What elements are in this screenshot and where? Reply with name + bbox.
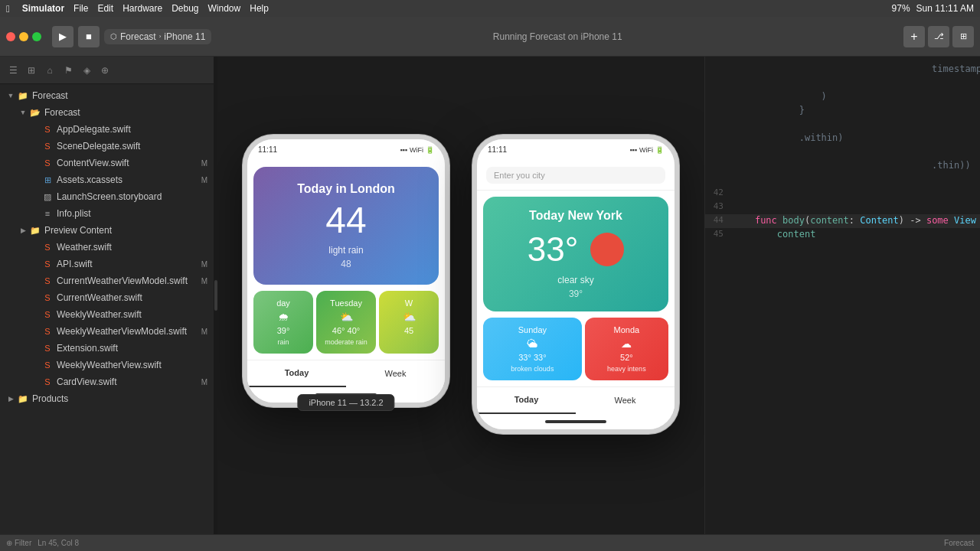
sidebar-item-forecast-group[interactable]: ▼ 📂 Forecast xyxy=(0,104,214,121)
day-icon-sun: 🌥 xyxy=(488,337,577,350)
modified-badge-assets: M xyxy=(201,176,207,184)
sidebar-item-assets[interactable]: ⊞ Assets.xcassets M xyxy=(0,171,214,188)
london-tab-bar: Today Week xyxy=(247,360,445,387)
signal-icon: ▪▪▪ xyxy=(400,146,407,154)
sidebar-panel-icon[interactable]: ☰ xyxy=(6,64,20,77)
close-button[interactable] xyxy=(6,32,15,41)
day-name-sun: Sunday xyxy=(488,325,577,334)
sidebar-item-preview-content[interactable]: ▶ 📁 Preview Content xyxy=(0,222,214,239)
modified-badge-cwvm: M xyxy=(201,277,207,285)
london-tab-today[interactable]: Today xyxy=(247,360,346,387)
code-line xyxy=(705,77,980,90)
day-icon-mon-ny: ☁ xyxy=(590,337,664,350)
sidebar-item-appdelegate[interactable]: S AppDelegate.swift xyxy=(0,121,214,138)
sidebar-item-products[interactable]: ▶ 📁 Products xyxy=(0,390,214,407)
london-day-tuesday: Tuesday ⛅ 46° 40° moderate rain xyxy=(316,291,376,354)
window-controls xyxy=(6,32,41,41)
menu-hardware[interactable]: Hardware xyxy=(122,3,162,14)
device-status-label: Forecast xyxy=(944,539,974,547)
maximize-button[interactable] xyxy=(32,32,41,41)
swift-file-icon: S xyxy=(41,275,54,287)
menu-window[interactable]: Window xyxy=(208,3,241,14)
sidebar-item-api[interactable]: S API.swift M xyxy=(0,256,214,272)
status-bar: ⊕ Filter Ln 45, Col 8 Forecast xyxy=(0,534,980,551)
day-name-tue: Tuesday xyxy=(321,298,371,308)
no-arrow xyxy=(31,243,40,252)
scenedelegate-label: SceneDelegate.swift xyxy=(57,141,207,152)
menu-edit[interactable]: Edit xyxy=(97,3,113,14)
swift-file-icon: S xyxy=(41,140,54,152)
sidebar-item-scenedelegate[interactable]: S SceneDelegate.swift xyxy=(0,138,214,155)
code-line xyxy=(705,118,980,132)
stop-button[interactable]: ■ xyxy=(78,26,100,47)
ny-temp-row: 33° xyxy=(495,230,656,269)
sidebar-item-infoplist[interactable]: ≡ Info.plist xyxy=(0,205,214,222)
folder-products-icon: 📁 xyxy=(17,393,29,405)
signal-icon-r: ▪▪▪ xyxy=(629,146,637,154)
sidebar-filter-icon[interactable]: ⊞ xyxy=(24,64,38,77)
menu-file[interactable]: File xyxy=(74,3,88,14)
sidebar-item-weather[interactable]: S Weather.swift xyxy=(0,239,214,256)
sidebar-item-ww[interactable]: S WeeklyWeather.swift xyxy=(0,306,214,323)
sidebar-toolbar: ☰ ⊞ ⌂ ⚑ ◈ ⊕ xyxy=(0,57,214,84)
wwv-label: WeeklyWeatherView.swift xyxy=(57,360,207,370)
right-status-icons: ▪▪▪ WiFi 🔋 xyxy=(629,146,664,154)
london-tab-week[interactable]: Week xyxy=(346,360,445,387)
code-editor: timestamp)) ) } xyxy=(704,57,980,534)
sidebar-git-icon[interactable]: ⊕ xyxy=(98,64,112,77)
swift-file-icon: S xyxy=(41,258,54,270)
apple-menu[interactable]:  xyxy=(6,3,10,15)
filter-button[interactable]: ⊕ Filter xyxy=(6,539,31,547)
ny-desc: clear sky xyxy=(495,275,656,285)
sidebar-item-contentview[interactable]: S ContentView.swift M xyxy=(0,155,214,171)
source-control-button[interactable]: ⎇ xyxy=(928,26,949,47)
swift-file-icon: S xyxy=(41,342,54,354)
swift-file-icon: S xyxy=(41,241,54,253)
right-time: 11:11 xyxy=(488,145,507,154)
no-arrow xyxy=(31,344,40,353)
sidebar-symbol-icon[interactable]: ◈ xyxy=(80,64,93,77)
scheme-name: Forecast xyxy=(120,31,156,42)
battery-indicator: 97% xyxy=(892,3,910,14)
no-arrow xyxy=(31,142,40,151)
sidebar-forecast-label: Forecast xyxy=(44,107,207,118)
add-button[interactable]: + xyxy=(903,26,925,47)
modified-badge-wwvm: M xyxy=(201,328,207,336)
ny-tab-today[interactable]: Today xyxy=(477,387,576,414)
code-line xyxy=(705,145,980,159)
infoplist-label: Info.plist xyxy=(57,208,207,219)
day-name-wed: W xyxy=(384,298,434,308)
menu-debug[interactable]: Debug xyxy=(172,3,198,14)
appdelegate-label: AppDelegate.swift xyxy=(57,124,207,135)
scheme-selector[interactable]: ⬡ Forecast › iPhone 11 xyxy=(104,29,211,44)
cw-label: CurrentWeather.swift xyxy=(57,292,207,303)
weather-label: Weather.swift xyxy=(57,242,207,253)
sidebar-search-icon[interactable]: ⌂ xyxy=(43,64,57,77)
sidebar-item-wwv[interactable]: S WeeklyWeatherView.swift xyxy=(0,357,214,373)
battery-icon-r: 🔋 xyxy=(655,146,664,154)
ny-day-monday: Monda ☁ 52° heavy intens xyxy=(585,318,668,380)
minimize-button[interactable] xyxy=(19,32,28,41)
menu-simulator[interactable]: Simulator xyxy=(22,3,64,14)
sidebar-item-wwvm[interactable]: S WeeklyWeatherViewModel.swift M xyxy=(0,323,214,340)
simulator-left-wrapper: 11:11 ▪▪▪ WiFi 🔋 Today in London 44 xyxy=(243,135,449,407)
sidebar-item-cwvm[interactable]: S CurrentWeatherViewModel.swift M xyxy=(0,272,214,289)
swift-file-icon: S xyxy=(41,292,54,304)
sidebar-item-launchscreen[interactable]: ▨ LaunchScreen.storyboard xyxy=(0,188,214,205)
filter-icon: ⊕ xyxy=(6,539,12,547)
day-icon-tue: ⛅ xyxy=(321,311,371,323)
sidebar-warning-icon[interactable]: ⚑ xyxy=(61,64,75,77)
editor-button[interactable]: ⊞ xyxy=(952,26,974,47)
code-line-highlighted: 44 func body(content: Content) -> some V… xyxy=(705,214,980,228)
sidebar-item-ext[interactable]: S Extension.swift xyxy=(0,340,214,357)
sidebar-item-cw[interactable]: S CurrentWeather.swift xyxy=(0,289,214,306)
sidebar-item-cardview[interactable]: S CardView.swift M xyxy=(0,373,214,390)
city-search-input[interactable]: Enter you city xyxy=(486,167,665,184)
sidebar-item-forecast-root[interactable]: ▼ 📁 Forecast xyxy=(0,87,214,104)
run-button[interactable]: ▶ xyxy=(52,26,74,47)
day-temps-wed: 45 xyxy=(384,326,434,335)
london-feels: 48 xyxy=(269,259,423,269)
no-arrow xyxy=(31,293,40,302)
ny-tab-week[interactable]: Week xyxy=(576,387,675,414)
menu-help[interactable]: Help xyxy=(250,3,269,14)
